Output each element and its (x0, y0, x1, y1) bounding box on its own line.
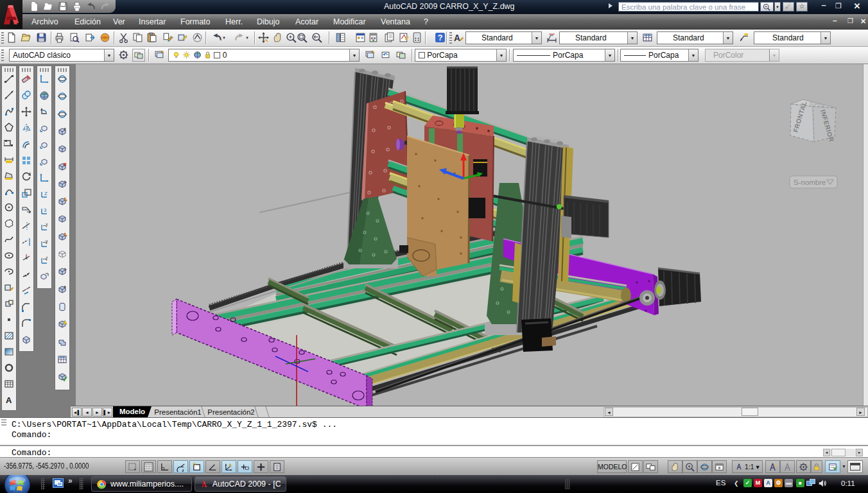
svg-text:S-nombre: S-nombre (794, 178, 826, 186)
